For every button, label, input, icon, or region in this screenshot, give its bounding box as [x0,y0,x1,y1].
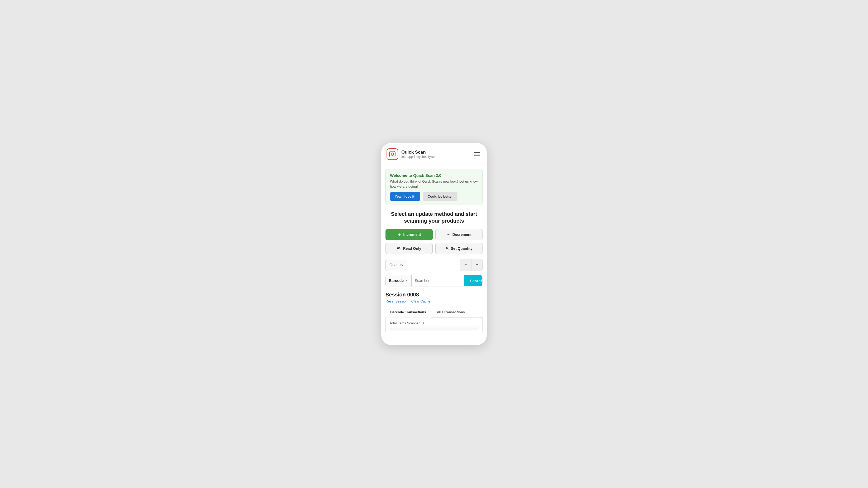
quantity-increase-button[interactable]: + [471,259,482,271]
total-scanned: Total Items Scanned: 1 [390,321,478,325]
app-domain: test-app-1.myshopify.com [401,155,437,159]
barcode-select[interactable]: Barcode ▼ [386,275,411,286]
welcome-message: What do you think of Quick Scan's new lo… [390,179,478,189]
barcode-label: Barcode [389,279,404,283]
section-title-line2: scanning your products [404,218,464,224]
tab-sku[interactable]: SKU Transactions [431,307,470,317]
phone-container: Q Quick Scan test-app-1.myshopify.com We… [381,143,487,345]
read-only-button[interactable]: 👁 Read Only [385,243,433,254]
edit-icon: ✎ [445,246,449,251]
quantity-row: Quantity 1 − + [385,259,483,271]
decrement-button[interactable]: － Decrement [435,229,483,240]
app-name: Quick Scan [401,150,437,155]
set-quantity-label: Set Quantity [451,247,472,251]
main-content: Welcome to Quick Scan 2.0 What do you th… [381,164,487,338]
welcome-title: Welcome to Quick Scan 2.0 [390,173,478,177]
svg-text:Q: Q [391,152,394,157]
section-title: Select an update method and start scanni… [385,210,483,224]
increment-button[interactable]: ＋ Increment [385,229,433,240]
hamburger-line-1 [474,152,480,153]
clear-cache-link[interactable]: Clear Cache [411,299,430,303]
session-header: Session 0008 Reset Session Clear Cache [385,292,483,303]
method-row-1: ＋ Increment － Decrement [385,229,483,240]
quantity-label: Quantity [386,260,407,270]
hamburger-line-2 [474,154,480,154]
session-links: Reset Session Clear Cache [385,299,483,303]
read-only-label: Read Only [403,247,421,251]
eye-icon: 👁 [397,246,401,251]
method-row-2: 👁 Read Only ✎ Set Quantity [385,243,483,254]
decrement-label: Decrement [453,232,471,237]
welcome-buttons: Yea, I love it! Could be better [390,192,478,201]
method-buttons: ＋ Increment － Decrement 👁 Read Only ✎ Se… [385,229,483,254]
section-title-line1: Select an update method and start [391,211,477,217]
set-quantity-button[interactable]: ✎ Set Quantity [435,243,483,254]
app-header: Q Quick Scan test-app-1.myshopify.com [381,143,487,164]
search-button[interactable]: Search [464,275,483,286]
reset-session-link[interactable]: Reset Session [385,299,408,303]
welcome-banner: Welcome to Quick Scan 2.0 What do you th… [385,169,483,205]
session-title: Session 0008 [385,292,483,298]
plus-icon: ＋ [397,232,401,237]
hamburger-button[interactable] [472,151,482,158]
hamburger-line-3 [474,156,480,156]
scan-row: Barcode ▼ Search [385,275,483,286]
quantity-controls: − + [460,259,482,271]
quantity-value: 1 [407,260,460,270]
app-logo: Q [386,148,398,160]
tab-barcode[interactable]: Barcode Transactions [385,307,431,317]
header-left: Q Quick Scan test-app-1.myshopify.com [386,148,437,160]
scan-input[interactable] [411,275,464,286]
minus-icon: － [446,232,451,237]
better-button[interactable]: Could be better [423,192,458,201]
tabs: Barcode Transactions SKU Transactions [385,307,483,318]
love-button[interactable]: Yea, I love it! [390,192,420,201]
scroll-hint [390,325,478,330]
chevron-down-icon: ▼ [405,279,408,282]
increment-label: Increment [403,232,421,237]
header-text: Quick Scan test-app-1.myshopify.com [401,150,437,159]
quantity-decrease-button[interactable]: − [460,259,471,271]
tab-content: Total Items Scanned: 1 [385,318,483,334]
